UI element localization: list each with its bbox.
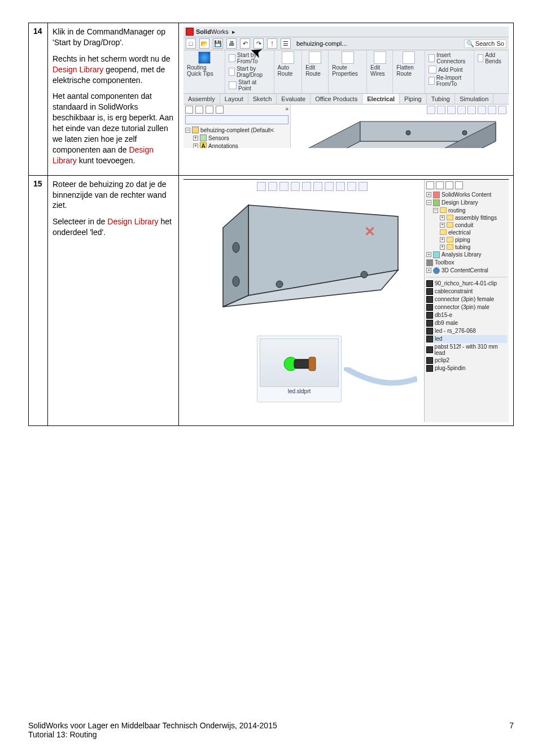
edit-route[interactable]: Edit Route bbox=[302, 50, 329, 93]
dl-solidworks-content[interactable]: +SolidWorks Content bbox=[426, 191, 507, 199]
dl-conduit[interactable]: +conduit bbox=[426, 221, 507, 229]
lbl: Add Bends bbox=[485, 52, 505, 64]
footer-line1: SolidWorks voor Lager en Middelbaar Tech… bbox=[28, 721, 514, 730]
open-icon[interactable]: 📂 bbox=[199, 38, 209, 49]
doc-name[interactable]: behuizing-compl... bbox=[294, 40, 349, 47]
svg-point-14 bbox=[361, 271, 368, 278]
step-15-text: Roteer de behuizing zo dat je de binnenz… bbox=[48, 175, 179, 425]
lbl: connector (3pin) female bbox=[435, 296, 494, 302]
insert-connectors[interactable]: Insert Connectors bbox=[429, 51, 470, 65]
lbl: 3D ContentCentral bbox=[442, 267, 488, 273]
tab-tubing[interactable]: Tubing bbox=[427, 94, 455, 104]
dl-routing[interactable]: −routing bbox=[426, 207, 507, 214]
lbl: piping bbox=[455, 237, 470, 243]
svg-point-5 bbox=[406, 131, 410, 135]
auto-route[interactable]: Auto Route bbox=[274, 50, 303, 93]
ft-tab-icon[interactable] bbox=[216, 106, 224, 114]
ft-sensors[interactable]: +Sensors bbox=[185, 134, 289, 142]
search-box[interactable]: 🔍 Search So bbox=[464, 40, 506, 48]
list-item[interactable]: cableconstraint bbox=[426, 288, 507, 296]
start-at-point[interactable]: Start at Point bbox=[229, 79, 270, 92]
dl-analysis-library[interactable]: +Analysis Library bbox=[426, 251, 507, 259]
list-item[interactable]: connector (3pin) male bbox=[426, 303, 507, 311]
list-item[interactable]: pclip2 bbox=[426, 357, 507, 364]
ft-tab-icon[interactable] bbox=[195, 106, 203, 114]
t-red: Design Library bbox=[107, 217, 158, 226]
enclosure-model bbox=[295, 110, 504, 148]
rebuild-icon[interactable]: ! bbox=[267, 38, 277, 49]
ft-tab-icon[interactable] bbox=[185, 106, 193, 114]
graphics-area[interactable]: ✕ led.sldprt bbox=[183, 180, 424, 422]
lbl: db9 male bbox=[435, 320, 458, 326]
add-bends[interactable]: Add Bends bbox=[478, 51, 505, 65]
step14-p2: Rechts in het scherm wordt nu de Design … bbox=[53, 54, 174, 86]
route-properties[interactable]: Route Properties bbox=[329, 50, 367, 93]
tab-assembly[interactable]: Assembly bbox=[183, 94, 220, 104]
lbl: Edit Route bbox=[305, 64, 325, 77]
list-item[interactable]: 90_richco_hurc-4-01-clip bbox=[426, 280, 507, 288]
routing-quick-tips[interactable]: Routing Quick Tips bbox=[183, 50, 225, 93]
x-marker-icon: ✕ bbox=[364, 224, 375, 240]
tab-evaluate[interactable]: Evaluate bbox=[277, 94, 311, 104]
tab-electrical[interactable]: Electrical bbox=[362, 94, 400, 104]
list-item[interactable]: connector (3pin) female bbox=[426, 296, 507, 303]
dl-toolbox[interactable]: Toolbox bbox=[426, 259, 507, 267]
t: Works bbox=[211, 28, 229, 35]
list-item[interactable]: pabst 512f - with 310 mm lead bbox=[426, 343, 507, 357]
lbl: led bbox=[435, 336, 442, 342]
new-icon[interactable]: □ bbox=[186, 38, 196, 49]
tab-simulation[interactable]: Simulation bbox=[455, 94, 493, 104]
dl-nav-icon[interactable] bbox=[436, 181, 444, 189]
add-point[interactable]: Add Point bbox=[429, 65, 462, 74]
svg-point-13 bbox=[276, 281, 283, 288]
feature-tree: » −behuizing-compleet (Default< +Sensors… bbox=[183, 105, 291, 148]
dl-nav-icon[interactable] bbox=[426, 181, 434, 189]
solidworks-logo-icon bbox=[186, 28, 194, 36]
ft-annotations[interactable]: +AAnnotations bbox=[185, 142, 289, 148]
lbl: Sensors bbox=[208, 135, 229, 141]
print-icon[interactable]: 🖶 bbox=[226, 38, 237, 49]
dl-piping[interactable]: +piping bbox=[426, 236, 507, 244]
lbl: routing bbox=[448, 207, 466, 214]
tab-office-products[interactable]: Office Products bbox=[311, 94, 362, 104]
list-item[interactable]: plug-5pindin bbox=[426, 364, 507, 372]
part-preview-tooltip: led.sldprt bbox=[257, 336, 342, 402]
ft-root[interactable]: −behuizing-compleet (Default< bbox=[185, 126, 289, 134]
dl-assembly-fittings[interactable]: +assembly fittings bbox=[426, 214, 507, 221]
tab-layout[interactable]: Layout bbox=[220, 94, 248, 104]
search-icon: 🔍 bbox=[466, 40, 474, 47]
tooltip-label: led.sldprt bbox=[260, 387, 339, 394]
add-bends-group: Add Bends bbox=[474, 50, 509, 93]
list-item[interactable]: db9 male bbox=[426, 319, 507, 327]
list-item-led[interactable]: led bbox=[426, 335, 507, 343]
tab-piping[interactable]: Piping bbox=[400, 94, 427, 104]
led-thumbnail bbox=[260, 338, 339, 387]
dl-electrical[interactable]: electrical bbox=[426, 229, 507, 236]
ft-tab-icon[interactable] bbox=[206, 106, 213, 114]
lbl: Add Point bbox=[438, 67, 462, 73]
svg-marker-9 bbox=[223, 205, 248, 307]
undo-icon[interactable]: ↶ bbox=[240, 38, 250, 49]
list-item[interactable]: led - rs_276-068 bbox=[426, 327, 507, 335]
list-item[interactable]: db15-e bbox=[426, 311, 507, 319]
svg-point-12 bbox=[233, 276, 239, 286]
tab-sketch[interactable]: Sketch bbox=[248, 94, 277, 104]
step-15-num: 15 bbox=[29, 175, 48, 425]
options-icon[interactable]: ☰ bbox=[281, 38, 291, 49]
dl-nav-icon[interactable] bbox=[445, 181, 453, 189]
dl-nav-icon[interactable] bbox=[455, 181, 463, 189]
design-library-panel: +SolidWorks Content −Design Library −rou… bbox=[424, 180, 509, 422]
dl-design-library[interactable]: −Design Library bbox=[426, 199, 507, 207]
ft-filter[interactable] bbox=[185, 115, 289, 124]
dl-tubing[interactable]: +tubing bbox=[426, 244, 507, 251]
dl-3d-contentcentral[interactable]: +3D ContentCentral bbox=[426, 267, 507, 275]
save-icon[interactable]: 💾 bbox=[213, 38, 223, 49]
edit-wires[interactable]: Edit Wires bbox=[367, 50, 393, 93]
flatten-route[interactable]: Flatten Route bbox=[393, 50, 425, 93]
lbl: Re-Import From/To bbox=[436, 75, 470, 87]
lbl: Auto Route bbox=[278, 64, 299, 77]
graphics-area[interactable] bbox=[291, 105, 509, 148]
start-by-drag-drop[interactable]: Start by Drag/Drop bbox=[229, 65, 270, 79]
search-placeholder: Search So bbox=[475, 40, 504, 47]
reimport-fromto[interactable]: Re-Import From/To bbox=[429, 74, 470, 88]
